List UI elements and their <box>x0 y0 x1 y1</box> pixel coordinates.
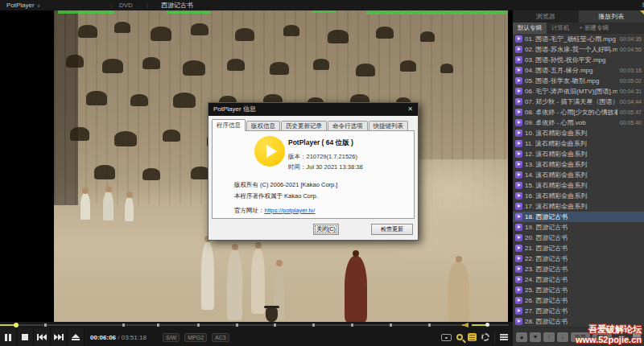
playlist-item[interactable]: 16. 滚石精彩金曲系列 <box>513 191 644 201</box>
playlist-move-button[interactable]: ↑ <box>543 332 555 342</box>
cave-opening <box>163 130 180 142</box>
cave-opening <box>313 59 329 70</box>
playlist-item[interactable]: 03. 国语-孙悦-祝你平安.mpg <box>513 55 644 65</box>
album-bar: 默认专辑计算机+ 新建专辑 <box>513 23 644 34</box>
item-duration: 00:04:31 <box>620 89 642 94</box>
playlist-item[interactable]: 04. 国语-五月-缘分.mpg00:03:18 <box>513 65 644 76</box>
playlist-item[interactable]: 10. 滚石精彩金曲系列 <box>513 128 644 138</box>
check-update-button[interactable]: 检查更新 <box>371 224 413 235</box>
playlist-item[interactable]: 22. 西游记古书 <box>513 253 644 264</box>
media-file-icon <box>515 182 522 189</box>
dialog-close-icon[interactable]: ✕ <box>404 105 416 114</box>
total-time: 03:51:18 <box>122 334 147 341</box>
playlist-item[interactable]: 23. 西游记古书 <box>513 264 644 274</box>
playlist-item[interactable]: 17. 滚石精彩金曲系列 <box>513 201 644 212</box>
playlist-item[interactable]: 14. 滚石精彩金曲系列 <box>513 170 644 180</box>
item-duration: 00:05:40 <box>620 120 642 126</box>
playlist-item[interactable]: 19. 西游记古书 <box>513 222 644 233</box>
playlist-move-button[interactable]: ↓ <box>557 332 568 342</box>
control-panel-icon[interactable] <box>441 334 452 341</box>
playlist-item[interactable]: 26. 西游记古书 <box>513 295 644 306</box>
playlist-item[interactable]: 13. 滚石精彩金曲系列 <box>513 159 644 170</box>
eject-icon <box>72 334 80 340</box>
item-title: 08. 卓依婷 - 心雨[少女的心情故事].vob <box>525 108 617 117</box>
dialog-tabs: 程序信息版权信息历史更新记录命令行选项快捷键列表 <box>212 119 415 131</box>
dialog-tab[interactable]: 程序信息 <box>212 119 246 131</box>
item-duration: 00:04:44 <box>620 99 642 105</box>
codec-badge[interactable]: MPG2 <box>184 333 207 342</box>
codec-badge[interactable]: S/W <box>163 333 180 342</box>
pause-button[interactable] <box>0 328 17 346</box>
stop-button[interactable] <box>17 328 34 346</box>
volume-slider[interactable] <box>472 324 509 326</box>
playlist-item[interactable]: 27. 西游记古书 <box>513 306 644 316</box>
video-glitch-artifact <box>58 10 114 14</box>
cave-opening <box>151 27 171 41</box>
close-button[interactable]: × <box>639 0 644 9</box>
album-tab[interactable]: 默认专辑 <box>513 23 547 34</box>
playlist-toggle-icon[interactable] <box>468 333 477 341</box>
item-title: 18. 西游记古书 <box>525 212 642 221</box>
playlist-panel-tab[interactable]: 播放列表 <box>579 10 644 23</box>
album-tab[interactable]: + 新建专辑 <box>575 23 613 34</box>
playlist-item[interactable]: 21. 西游记古书 <box>513 243 644 253</box>
item-title: 25. 西游记古书 <box>525 286 642 295</box>
seek-knob[interactable] <box>14 323 19 327</box>
playlist-move-button[interactable]: ▼ <box>530 332 541 342</box>
cave-opening <box>440 64 453 73</box>
playlist-item[interactable]: 01. 国语-毛宁_杨钰莹-心雨.mpg00:04:35 <box>513 34 644 44</box>
media-file-icon <box>515 203 522 210</box>
next-button[interactable] <box>51 328 68 346</box>
cave-opening <box>356 64 375 76</box>
previous-button[interactable] <box>34 328 51 346</box>
playlist-item[interactable]: 11. 滚石精彩金曲系列 <box>513 138 644 149</box>
settings-gear-icon[interactable] <box>481 333 489 341</box>
playlist-item[interactable]: 06. 毛宁-涛声依旧(MTV)[国语].mpg00:04:31 <box>513 86 644 97</box>
playlist-item[interactable]: 18. 西游记古书 <box>513 212 644 222</box>
media-file-icon <box>515 255 522 262</box>
item-title: 01. 国语-毛宁_杨钰莹-心雨.mpg <box>525 35 617 43</box>
speaker-icon[interactable] <box>462 323 469 327</box>
volume-knob[interactable] <box>485 323 489 327</box>
playlist-item[interactable]: 12. 滚石精彩金曲系列 <box>513 149 644 159</box>
open-media-button[interactable] <box>68 328 85 346</box>
media-file-icon <box>515 35 522 43</box>
potplayer-logo-icon <box>254 136 285 167</box>
media-file-icon <box>515 276 522 283</box>
chapter-mark <box>351 323 353 327</box>
playlist-item[interactable]: 05. 国语-张学友-吻别.mpg00:05:02 <box>513 76 644 86</box>
playlist-item[interactable]: 02. 国语-苏永康-我一个人好吗.mpg00:04:55 <box>513 44 644 55</box>
codec-badge[interactable]: AC3 <box>212 333 229 342</box>
close-dialog-button[interactable]: 关闭(C) <box>313 224 339 235</box>
video-glitch-artifact <box>167 11 211 14</box>
playlist-item[interactable]: 07. 郑少秋 - 摘下满天星（国语）.vob00:04:44 <box>513 97 644 107</box>
playlist-move-button[interactable]: ▲ <box>516 332 527 342</box>
playlist-item[interactable]: 08. 卓依婷 - 心雨[少女的心情故事].vob00:05:47 <box>513 107 644 117</box>
playlist-item[interactable]: 15. 滚石精彩金曲系列 <box>513 180 644 191</box>
menu-hamburger-icon[interactable] <box>500 334 508 336</box>
person-figure <box>80 193 90 220</box>
playlist-item[interactable]: 20. 西游记古书 <box>513 233 644 243</box>
cave-opening <box>235 28 254 41</box>
playlist-item[interactable]: 24. 西游记古书 <box>513 274 644 285</box>
item-title: 02. 国语-苏永康-我一个人好吗.mpg <box>525 45 617 54</box>
about-dialog: PotPlayer 信息 ✕ 程序信息版权信息历史更新记录命令行选项快捷键列表 … <box>208 102 419 241</box>
app-menu-button[interactable]: PotPlayer∨ <box>6 0 40 10</box>
seek-bar[interactable] <box>0 322 463 328</box>
cave-opening <box>400 60 416 72</box>
website-link[interactable]: https://potplayer.tv/ <box>265 207 316 214</box>
browser-search-icon[interactable] <box>456 334 463 340</box>
playlist-panel-tab[interactable]: 浏览器 <box>513 10 579 23</box>
item-title: 11. 滚石精彩金曲系列 <box>525 139 642 148</box>
copyright-line: 本程序著作权属于 Kakao Corp. <box>234 192 318 200</box>
playlist-item[interactable]: 09. 卓依婷 - 心雨.vob00:05:40 <box>513 117 644 128</box>
person-figure <box>345 256 367 322</box>
playlist-item[interactable]: 25. 西游记古书 <box>513 285 644 295</box>
media-file-icon <box>515 224 522 231</box>
album-tab[interactable]: 计算机 <box>547 23 575 34</box>
cave-opening <box>283 25 299 36</box>
person-figure <box>125 197 134 221</box>
media-file-icon <box>515 109 522 116</box>
urn-prop <box>266 307 278 322</box>
media-file-icon <box>515 286 522 294</box>
